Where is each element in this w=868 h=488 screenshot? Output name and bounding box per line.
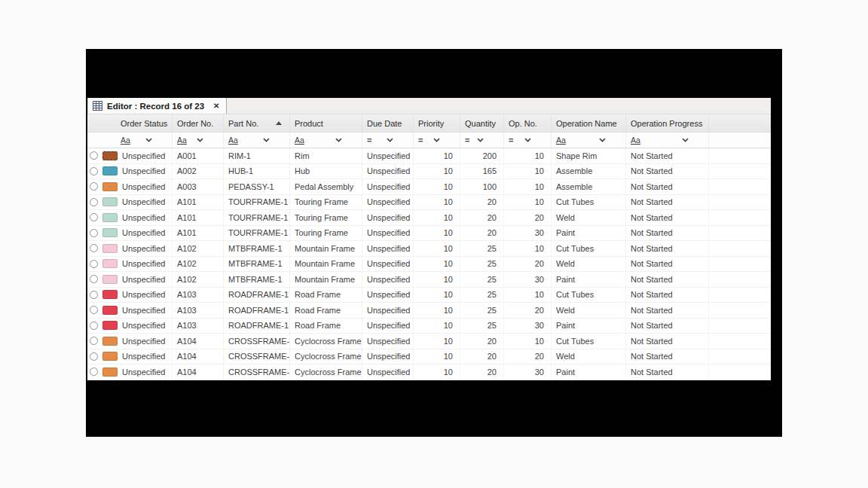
row-radio-button[interactable] [90, 275, 98, 283]
table-row[interactable]: UnspecifiedA101TOURFRAME-1Touring FrameU… [87, 226, 771, 242]
filter-dropdown-chevron-icon[interactable] [335, 138, 342, 142]
table-row[interactable]: UnspecifiedA003PEDASSY-1Pedal AssemblyUn… [87, 179, 771, 195]
table-row[interactable]: UnspecifiedA001RIM-1RimUnspecified102001… [87, 148, 771, 164]
row-radio-button[interactable] [90, 244, 98, 252]
filter-dropdown-chevron-icon[interactable] [682, 138, 689, 142]
column-header-quantity[interactable]: Quantity [460, 114, 504, 132]
column-header-operation-progress[interactable]: Operation Progress [626, 114, 709, 132]
order-status-text: Unspecified [122, 259, 165, 268]
row-radio-button[interactable] [90, 198, 98, 206]
cell-order-status: Unspecified [87, 179, 173, 194]
cell-order-no: A102 [173, 241, 224, 256]
cell-op-no: 10 [504, 288, 552, 303]
cell-due-date: Unspecified [362, 257, 414, 272]
cell-part-no: ROADFRAME-1 [224, 319, 290, 334]
row-radio-button[interactable] [90, 291, 98, 299]
row-radio-button[interactable] [90, 229, 98, 237]
row-radio-button[interactable] [90, 167, 98, 175]
row-radio-button[interactable] [90, 368, 98, 376]
tab-close-icon[interactable]: ✕ [213, 102, 219, 110]
filter-dropdown-chevron-icon[interactable] [263, 138, 270, 142]
cell-due-date: Unspecified [362, 334, 414, 349]
column-header-order-status[interactable]: Order Status [87, 114, 173, 132]
filter-quantity[interactable]: = [460, 133, 504, 148]
row-radio-button[interactable] [90, 322, 98, 330]
order-status-text: Unspecified [122, 182, 165, 191]
table-row[interactable]: UnspecifiedA103ROADFRAME-1Road FrameUnsp… [87, 288, 771, 303]
column-header-due-date[interactable]: Due Date [362, 114, 414, 132]
table-row[interactable]: UnspecifiedA104CROSSFRAME-1Cyclocross Fr… [87, 364, 771, 380]
cell-operation-name: Weld [552, 210, 626, 225]
table-row[interactable]: UnspecifiedA101TOURFRAME-1Touring FrameU… [87, 195, 771, 211]
cell-operation-name: Paint [552, 226, 626, 241]
filter-due-date[interactable]: = [362, 133, 414, 148]
filter-priority[interactable]: = [414, 133, 460, 148]
row-radio-button[interactable] [90, 337, 98, 345]
table-row[interactable]: UnspecifiedA101TOURFRAME-1Touring FrameU… [87, 210, 771, 226]
filter-part-no[interactable]: Aa [224, 133, 290, 148]
cell-due-date: Unspecified [362, 164, 414, 179]
cell-op-no: 20 [504, 303, 552, 318]
cell-operation-name: Shape Rim [552, 148, 626, 163]
column-label: Operation Name [556, 119, 617, 128]
table-row[interactable]: UnspecifiedA002HUB-1HubUnspecified101651… [87, 164, 771, 180]
table-row[interactable]: UnspecifiedA104CROSSFRAME-1Cyclocross Fr… [87, 349, 771, 365]
cell-product: Cyclocross Frame [290, 349, 362, 364]
cell-order-no: A103 [173, 319, 224, 334]
cell-product: Touring Frame [290, 195, 362, 210]
row-radio-button[interactable] [90, 306, 98, 314]
empty-filler [709, 272, 771, 287]
row-radio-button[interactable] [90, 260, 98, 268]
row-radio-button[interactable] [90, 352, 98, 361]
table-grid-icon [93, 101, 102, 111]
filter-dropdown-chevron-icon[interactable] [197, 138, 203, 142]
row-radio-button[interactable] [90, 182, 98, 191]
table-row[interactable]: UnspecifiedA102MTBFRAME-1Mountain FrameU… [87, 257, 771, 273]
equals-filter-icon: = [418, 136, 422, 145]
table-row[interactable]: UnspecifiedA102MTBFRAME-1Mountain FrameU… [87, 241, 771, 257]
order-status-swatch [102, 166, 118, 175]
table-row[interactable]: UnspecifiedA103ROADFRAME-1Road FrameUnsp… [87, 319, 771, 334]
row-radio-button[interactable] [90, 213, 98, 221]
cell-order-no: A002 [173, 164, 224, 179]
order-status-swatch [102, 197, 118, 206]
cell-due-date: Unspecified [362, 319, 414, 334]
order-status-text: Unspecified [122, 290, 165, 299]
order-status-swatch [102, 244, 118, 253]
cell-operation-progress: Not Started [626, 241, 709, 256]
column-header-operation-name[interactable]: Operation Name [552, 114, 626, 132]
tab-editor[interactable]: Editor : Record 16 of 23 ✕ [87, 98, 227, 114]
filter-operation-progress[interactable]: Aa [626, 133, 709, 148]
column-header-product[interactable]: Product [290, 114, 362, 132]
sort-ascending-icon [276, 121, 282, 125]
filter-row: AaAaAaAa====AaAa [87, 133, 771, 148]
filter-dropdown-chevron-icon[interactable] [477, 138, 484, 142]
column-header-order-no[interactable]: Order No. [173, 114, 224, 132]
cell-quantity: 200 [460, 148, 504, 163]
filter-order-status[interactable]: Aa [87, 133, 173, 148]
cell-due-date: Unspecified [362, 226, 414, 241]
filter-order-no[interactable]: Aa [173, 133, 224, 148]
order-status-swatch [102, 182, 118, 191]
filter-dropdown-chevron-icon[interactable] [599, 138, 606, 142]
equals-filter-icon: = [465, 136, 469, 145]
filter-dropdown-chevron-icon[interactable] [387, 138, 393, 142]
table-row[interactable]: UnspecifiedA103ROADFRAME-1Road FrameUnsp… [87, 303, 771, 319]
empty-filler [709, 288, 771, 303]
cell-product: Cyclocross Frame [290, 364, 362, 380]
column-header-priority[interactable]: Priority [414, 114, 460, 132]
filter-dropdown-chevron-icon[interactable] [145, 138, 152, 142]
column-header-part-no[interactable]: Part No. [224, 114, 290, 132]
filter-dropdown-chevron-icon[interactable] [433, 138, 440, 142]
table-row[interactable]: UnspecifiedA102MTBFRAME-1Mountain FrameU… [87, 272, 771, 288]
cell-due-date: Unspecified [362, 288, 414, 303]
filter-op-no[interactable]: = [504, 133, 552, 148]
filter-dropdown-chevron-icon[interactable] [524, 138, 531, 142]
row-radio-button[interactable] [90, 151, 98, 160]
column-header-op-no[interactable]: Op. No. [504, 114, 552, 132]
filter-operation-name[interactable]: Aa [552, 133, 626, 148]
cell-order-no: A104 [173, 334, 224, 349]
table-row[interactable]: UnspecifiedA104CROSSFRAME-1Cyclocross Fr… [87, 334, 771, 349]
cell-quantity: 20 [460, 195, 504, 210]
filter-product[interactable]: Aa [290, 133, 362, 148]
